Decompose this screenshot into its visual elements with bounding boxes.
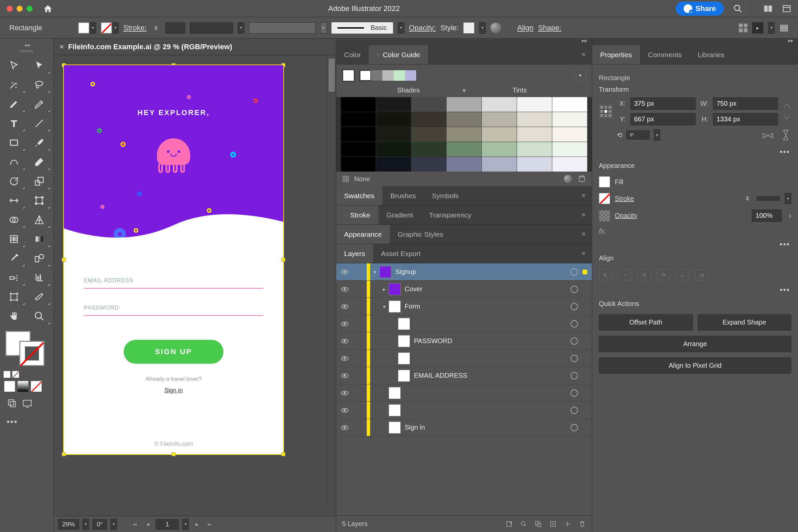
align-vcenter-icon[interactable]: ⫠ (676, 269, 689, 281)
canvas[interactable]: HEY EXPLORER, (54, 55, 336, 516)
pen-tool[interactable] (2, 95, 26, 113)
more-options[interactable]: ••• (592, 146, 798, 158)
layer-row[interactable]: Sign in (336, 419, 592, 436)
x-field[interactable]: 375 px (630, 97, 696, 110)
align-top-icon[interactable]: ⊓ (657, 269, 670, 281)
recolor-icon[interactable] (491, 23, 501, 33)
toolbox-collapse[interactable]: ◀◀ (0, 42, 54, 48)
h-field[interactable]: 1334 px (713, 113, 778, 125)
selection-indicator[interactable] (583, 391, 587, 395)
selection-indicator[interactable] (583, 374, 587, 378)
disclosure-icon[interactable]: ▾ (379, 304, 389, 309)
layer-row[interactable]: ▾ Signup (336, 263, 592, 281)
toolbox-grip[interactable] (20, 50, 34, 53)
more-options[interactable]: ••• (592, 284, 798, 296)
flip-h-icon[interactable]: ▷◁ (763, 131, 773, 139)
panel-collapse[interactable]: ▶▶ (336, 39, 592, 45)
selection-indicator[interactable] (583, 425, 587, 430)
tab-layers[interactable]: Layers (336, 244, 373, 263)
zoom-dropdown[interactable]: ▼ (82, 519, 89, 530)
limit-to-library-icon[interactable] (342, 175, 349, 183)
stroke-swatch[interactable]: ▼ (101, 22, 119, 34)
arrange-button[interactable]: Arrange (599, 336, 791, 352)
close-icon[interactable]: ✕ (59, 43, 64, 51)
selection-indicator[interactable] (583, 287, 587, 291)
layer-name[interactable]: Sign in (405, 424, 571, 431)
layer-name[interactable]: PASSWORD (414, 337, 571, 345)
slice-tool[interactable] (27, 288, 51, 306)
line-tool[interactable] (27, 114, 51, 133)
default-fill-stroke-icon[interactable] (12, 371, 19, 378)
target-icon[interactable] (571, 286, 578, 293)
curvature-tool[interactable] (27, 95, 51, 113)
perspective-tool[interactable] (27, 210, 51, 229)
swatch-limit[interactable]: None (354, 175, 370, 183)
tab-stroke[interactable]: ◇Stroke (336, 206, 378, 225)
visibility-toggle[interactable] (336, 304, 354, 309)
tab-swatches[interactable]: Swatches (336, 186, 382, 205)
link-wh-icon[interactable] (782, 102, 791, 121)
visibility-toggle[interactable] (336, 322, 354, 326)
tab-brushes[interactable]: Brushes (382, 186, 424, 205)
opacity-label[interactable]: Opacity: (409, 24, 436, 32)
rectangle-tool[interactable] (2, 133, 26, 152)
target-icon[interactable] (571, 424, 578, 431)
layer-export-icon[interactable] (506, 520, 513, 528)
draw-mode-icon[interactable] (7, 398, 17, 408)
mesh-tool[interactable] (2, 230, 26, 248)
align-bottom-icon[interactable]: ⊔ (695, 269, 708, 281)
isolate-icon[interactable] (739, 24, 747, 32)
base-color-swatch[interactable] (342, 69, 355, 82)
panel-menu-icon[interactable]: ≡ (575, 244, 592, 263)
fill-label[interactable]: Fill (615, 178, 624, 186)
graph-tool[interactable] (27, 268, 51, 287)
flip-v-icon[interactable]: ▷◁ (782, 130, 790, 140)
screen-mode-icon[interactable] (22, 398, 33, 408)
save-group-icon[interactable] (578, 175, 586, 183)
opacity-swatch[interactable] (599, 210, 610, 222)
window-minimize[interactable] (17, 6, 23, 12)
stroke-weight-spinner[interactable] (151, 22, 160, 34)
panel-menu-icon[interactable]: ≡ (575, 225, 592, 244)
panel-collapse[interactable]: ▶▶ (592, 39, 798, 45)
shape-label[interactable]: Shape: (538, 24, 561, 32)
selection-indicator[interactable] (583, 339, 587, 343)
artboard-last-icon[interactable]: ⏭ (205, 520, 214, 529)
eraser-tool[interactable] (27, 153, 51, 171)
type-tool[interactable] (2, 114, 26, 133)
target-icon[interactable] (571, 390, 578, 397)
selection-indicator[interactable] (583, 304, 587, 309)
rotate-field[interactable]: 0° (92, 519, 107, 530)
expand-shape-button[interactable]: Expand Shape (698, 314, 792, 330)
target-icon[interactable] (571, 372, 578, 379)
align-pixel-button[interactable]: Align to Pixel Grid (599, 358, 791, 374)
visibility-toggle[interactable] (336, 339, 354, 343)
target-icon[interactable] (571, 355, 578, 362)
hand-tool[interactable] (2, 307, 26, 325)
target-icon[interactable] (571, 320, 578, 327)
free-transform-tool[interactable] (27, 191, 51, 210)
tab-comments[interactable]: Comments (640, 45, 690, 64)
tab-gradient[interactable]: Gradient (378, 206, 421, 225)
layer-row[interactable]: EMAIL ADDRESS (336, 367, 592, 384)
layer-name[interactable]: Signup (395, 268, 571, 276)
visibility-toggle[interactable] (336, 270, 354, 274)
visibility-toggle[interactable] (336, 408, 354, 413)
graphic-style-swatch[interactable] (463, 22, 474, 34)
artboard-tool[interactable] (2, 288, 26, 306)
tab-asset-export[interactable]: Asset Export (373, 244, 429, 263)
scale-tool[interactable] (27, 172, 51, 191)
harmony-dropdown[interactable]: ▼ (574, 70, 586, 81)
layer-row[interactable] (336, 315, 592, 332)
layer-row[interactable] (336, 384, 592, 402)
stroke-label[interactable]: Stroke: (124, 24, 147, 32)
delete-layer-icon[interactable] (578, 520, 586, 528)
align-left-icon[interactable]: ⊏ (599, 269, 612, 281)
shaper-tool[interactable] (2, 153, 26, 171)
window-maximize[interactable] (26, 6, 33, 12)
artboard-prev-icon[interactable]: ◀ (143, 520, 152, 529)
stroke-spinner[interactable] (743, 193, 752, 204)
magic-wand-tool[interactable] (2, 75, 26, 94)
fx-icon[interactable]: fx. (599, 227, 607, 236)
disclosure-icon[interactable]: ▸ (379, 287, 389, 292)
